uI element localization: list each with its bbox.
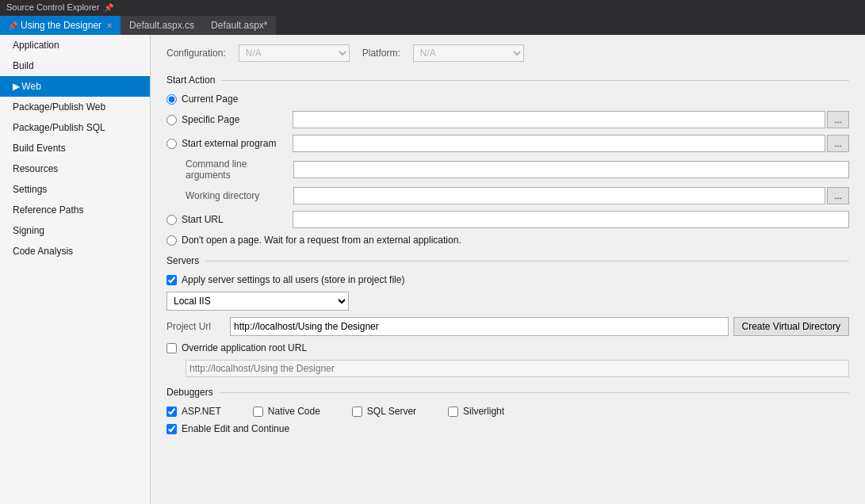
debuggers-section: Debuggers ASP.NET Native Code SQL Server: [166, 387, 849, 434]
main-content: Configuration: N/A Platform: N/A Start A…: [151, 35, 865, 504]
sidebar-label-package-sql: Package/Publish SQL: [13, 122, 105, 133]
dont-open-row: Don't open a page. Wait for a request fr…: [166, 235, 849, 246]
working-dir-row: Working directory ...: [166, 187, 849, 204]
external-program-input[interactable]: [293, 135, 825, 152]
override-url-label: Override application root URL: [182, 342, 307, 353]
working-dir-browse-btn[interactable]: ...: [827, 187, 849, 204]
sidebar-label-settings: Settings: [13, 184, 47, 195]
current-page-radio[interactable]: [166, 94, 177, 105]
debugger-silverlight-item: Silverlight: [448, 406, 504, 417]
sidebar-item-code-analysis[interactable]: Code Analysis: [0, 241, 150, 262]
cmd-args-row: Command line arguments: [166, 158, 849, 181]
dont-open-radio[interactable]: [166, 235, 177, 246]
project-url-input[interactable]: [230, 317, 729, 336]
start-url-label: Start URL: [182, 214, 293, 225]
project-url-row: Project Url Create Virtual Directory: [166, 317, 849, 336]
tab-aspx-label: Default.aspx*: [211, 20, 267, 31]
silverlight-checkbox[interactable]: [448, 407, 458, 417]
servers-section: Servers Apply server settings to all use…: [166, 255, 849, 377]
sidebar-label-web: Web: [21, 81, 40, 92]
sidebar-item-package-web[interactable]: Package/Publish Web: [0, 97, 150, 117]
platform-select[interactable]: N/A: [413, 44, 524, 62]
override-url-checkbox[interactable]: [166, 343, 177, 353]
pin-icon[interactable]: 📌: [104, 3, 113, 12]
sidebar-label-resources: Resources: [13, 163, 58, 174]
specific-page-radio[interactable]: [166, 115, 177, 125]
top-bar: Source Control Explorer 📌: [0, 0, 865, 14]
sidebar-item-signing[interactable]: Signing: [0, 220, 150, 241]
debuggers-row: ASP.NET Native Code SQL Server Silverlig…: [166, 406, 849, 417]
sidebar-item-build-events[interactable]: Build Events: [0, 138, 150, 158]
tab-bar: 📌 Using the Designer ✕ Default.aspx.cs D…: [0, 14, 865, 35]
apply-server-label: Apply server settings to all users (stor…: [182, 274, 404, 285]
apply-server-checkbox[interactable]: [166, 275, 177, 285]
enable-edit-checkbox[interactable]: [166, 424, 177, 434]
tab-close-icon[interactable]: ✕: [106, 21, 113, 30]
tab-cs-label: Default.aspx.cs: [129, 20, 194, 31]
source-control-title: Source Control Explorer: [6, 2, 99, 12]
sidebar-label-build-events: Build Events: [13, 143, 66, 154]
sidebar-label-code-analysis: Code Analysis: [13, 246, 73, 257]
specific-page-label: Specific Page: [182, 114, 293, 125]
servers-title: Servers: [166, 255, 199, 266]
radio-start-url-row: Start URL: [166, 211, 849, 228]
tab-designer-label: Using the Designer: [21, 20, 101, 31]
sidebar-item-package-sql[interactable]: Package/Publish SQL: [0, 117, 150, 138]
start-action-section: Start Action: [166, 74, 849, 86]
sidebar-arrow-icon: ▶: [13, 81, 19, 92]
sidebar-label-signing: Signing: [13, 225, 44, 236]
tab-pin-icon: 📌: [8, 21, 17, 30]
sidebar: Application Build ▶ Web Package/Publish …: [0, 35, 151, 504]
config-label: Configuration:: [166, 48, 226, 59]
sidebar-label-application: Application: [13, 40, 59, 51]
debuggers-line: [220, 392, 849, 393]
platform-label: Platform:: [362, 48, 400, 59]
create-virtual-dir-button[interactable]: Create Virtual Directory: [733, 317, 850, 336]
specific-page-browse-btn[interactable]: ...: [827, 111, 849, 128]
override-url-row: Override application root URL: [166, 342, 849, 353]
start-url-radio[interactable]: [166, 215, 177, 225]
sidebar-label-build: Build: [13, 60, 34, 71]
working-dir-label: Working directory: [166, 190, 293, 201]
sidebar-item-settings[interactable]: Settings: [0, 179, 150, 200]
sidebar-item-web[interactable]: ▶ Web: [0, 76, 150, 97]
debuggers-title: Debuggers: [166, 387, 213, 398]
cmd-args-label: Command line arguments: [166, 158, 293, 181]
server-type-select[interactable]: Local IIS IIS Express Custom: [166, 292, 349, 311]
external-program-browse-btn[interactable]: ...: [827, 135, 849, 152]
tab-cs[interactable]: Default.aspx.cs: [121, 16, 203, 35]
sidebar-item-resources[interactable]: Resources: [0, 158, 150, 179]
sidebar-item-application[interactable]: Application: [0, 35, 150, 55]
sidebar-label-package-web: Package/Publish Web: [13, 101, 105, 113]
radio-external-program-row: Start external program ...: [166, 135, 849, 152]
sql-label: SQL Server: [367, 406, 416, 417]
debugger-native-item: Native Code: [253, 406, 320, 417]
start-action-line: [221, 80, 849, 81]
debugger-aspnet-item: ASP.NET: [166, 406, 221, 417]
aspnet-label: ASP.NET: [182, 406, 221, 417]
current-page-label: Current Page: [182, 94, 238, 105]
specific-page-input[interactable]: [293, 111, 825, 128]
external-program-label: Start external program: [182, 138, 293, 149]
native-checkbox[interactable]: [253, 407, 263, 417]
radio-specific-page-row: Specific Page ...: [166, 111, 849, 128]
external-program-radio[interactable]: [166, 139, 177, 149]
sidebar-item-reference-paths[interactable]: Reference Paths: [0, 200, 150, 220]
config-select[interactable]: N/A: [239, 44, 350, 62]
sql-checkbox[interactable]: [352, 407, 362, 417]
servers-header: Servers: [166, 255, 849, 266]
tab-designer[interactable]: 📌 Using the Designer ✕: [0, 16, 121, 35]
project-url-label: Project Url: [166, 321, 230, 332]
enable-edit-label: Enable Edit and Continue: [182, 423, 289, 434]
cmd-args-input[interactable]: [293, 161, 849, 178]
start-url-input[interactable]: [293, 211, 849, 228]
silverlight-label: Silverlight: [463, 406, 504, 417]
debugger-sql-item: SQL Server: [352, 406, 416, 417]
radio-current-page-row: Current Page: [166, 94, 849, 105]
aspnet-checkbox[interactable]: [166, 407, 177, 417]
working-dir-input[interactable]: [293, 187, 825, 204]
sidebar-item-build[interactable]: Build: [0, 55, 150, 76]
override-url-input[interactable]: [186, 360, 849, 377]
debuggers-header: Debuggers: [166, 387, 849, 398]
tab-aspx[interactable]: Default.aspx*: [203, 16, 276, 35]
